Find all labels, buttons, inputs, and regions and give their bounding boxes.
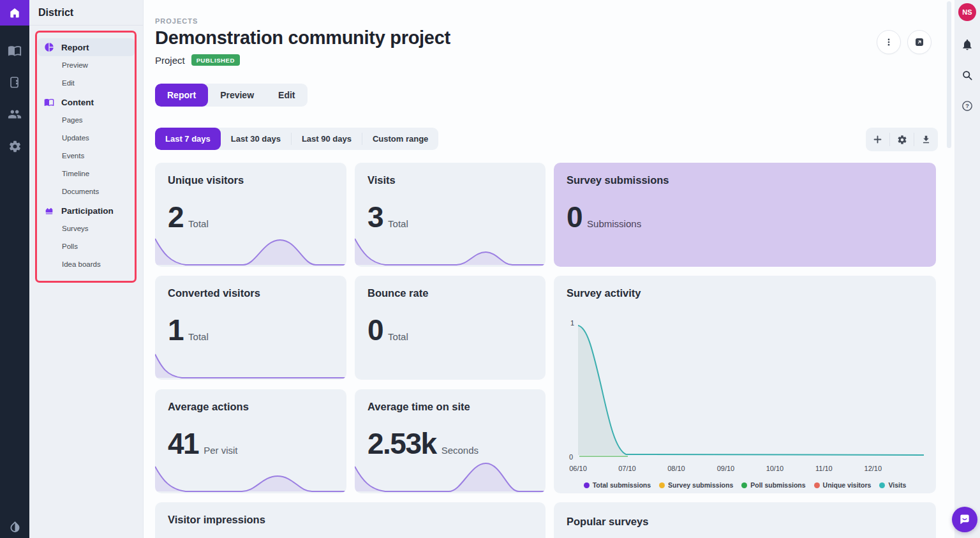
stat-line: 2 Total (168, 200, 209, 234)
open-external-button[interactable] (907, 30, 932, 54)
x-axis-labels: 06/10 07/10 08/10 09/10 10/10 11/10 12/1… (578, 465, 924, 474)
card-popular-surveys[interactable]: Popular surveys (554, 502, 936, 538)
kebab-menu-icon (883, 36, 895, 48)
x-tick: 07/10 (618, 465, 636, 472)
sidebar-item-updates[interactable]: Updates (29, 129, 143, 147)
sidebar-item-events[interactable]: Events (29, 147, 143, 165)
range-last-7-days[interactable]: Last 7 days (155, 128, 221, 150)
theme-droplet-icon[interactable] (0, 520, 29, 534)
card-title: Visits (368, 174, 396, 186)
metrics-grid: Unique visitors 2 Total Visits 3 Tota (155, 163, 936, 538)
legend-dot (659, 482, 665, 488)
main-content: PROJECTS Demonstration community project… (144, 0, 954, 538)
open-book-icon (44, 97, 54, 107)
legend-visits[interactable]: Visits (879, 481, 906, 489)
legend-survey-submissions[interactable]: Survey submissions (659, 481, 733, 489)
sidebar-item-timeline[interactable]: Timeline (29, 165, 143, 183)
home-icon[interactable] (0, 0, 29, 26)
svg-text:?: ? (965, 103, 969, 109)
sidebar-item-report[interactable]: Report (38, 38, 135, 56)
card-visits[interactable]: Visits 3 Total (355, 163, 546, 267)
journal-icon[interactable] (8, 75, 22, 89)
notifications-bell-icon[interactable] (960, 38, 974, 52)
sidebar-item-documents[interactable]: Documents (29, 183, 143, 200)
legend-dot (814, 482, 820, 488)
legend-dot (879, 482, 885, 488)
avatar[interactable]: NS (958, 3, 976, 21)
open-external-icon (914, 36, 925, 48)
stat-unit: Total (188, 218, 209, 229)
report-settings-button[interactable] (890, 128, 914, 151)
download-icon (921, 134, 932, 145)
stat-line: 0 Submissions (567, 200, 641, 234)
status-badge: PUBLISHED (191, 54, 240, 66)
tab-preview[interactable]: Preview (208, 84, 266, 107)
gear-icon[interactable] (8, 139, 22, 153)
add-widget-button[interactable] (866, 128, 889, 151)
sparkline (355, 458, 546, 493)
x-tick: 09/10 (717, 465, 735, 472)
sidebar-item-label: Report (61, 43, 89, 52)
people-icon[interactable] (8, 107, 22, 121)
stat-line: 1 Total (168, 313, 209, 347)
sidebar-item-polls[interactable]: Polls (29, 237, 143, 255)
stat-line: 0 Total (368, 313, 408, 347)
tab-edit[interactable]: Edit (266, 84, 307, 107)
chat-support-button[interactable] (952, 507, 977, 532)
pie-chart-icon (44, 42, 54, 52)
card-title: Bounce rate (368, 287, 428, 299)
x-tick: 12/10 (865, 465, 882, 472)
download-report-button[interactable] (914, 128, 938, 151)
card-visitor-impressions[interactable]: Visitor impressions (155, 502, 546, 538)
book-icon[interactable] (8, 43, 22, 57)
sidebar-item-edit[interactable]: Edit (29, 74, 143, 92)
app-rail (0, 0, 29, 538)
sparkline (155, 231, 346, 267)
card-average-time-on-site[interactable]: Average time on site 2.53k Seconds (355, 389, 546, 493)
date-range-filter: Last 7 days Last 30 days Last 90 days Cu… (155, 128, 438, 150)
card-unique-visitors[interactable]: Unique visitors 2 Total (155, 163, 346, 267)
survey-activity-plot (578, 322, 924, 459)
stat-unit: Per visit (204, 445, 237, 456)
scrollbar-thumb[interactable] (947, 1, 951, 148)
sidebar-item-label: Content (61, 98, 94, 107)
sidebar-item-participation[interactable]: Participation (38, 202, 135, 220)
help-icon[interactable]: ? (960, 99, 974, 113)
sidebar-menu: Report Preview Edit Content Pages Update… (29, 38, 143, 273)
sidebar-item-preview[interactable]: Preview (29, 56, 143, 74)
sidebar-item-content[interactable]: Content (38, 93, 135, 111)
tab-report[interactable]: Report (155, 84, 208, 107)
card-bounce-rate[interactable]: Bounce rate 0 Total (355, 276, 546, 380)
sidebar-item-surveys[interactable]: Surveys (29, 220, 143, 237)
legend-unique-visitors[interactable]: Unique visitors (814, 481, 872, 489)
sidebar-item-pages[interactable]: Pages (29, 111, 143, 129)
chat-bubble-icon (958, 513, 971, 526)
utility-rail: NS ? (954, 0, 980, 538)
legend-total-submissions[interactable]: Total submissions (584, 481, 651, 489)
legend-dot (741, 482, 747, 488)
range-last-90-days[interactable]: Last 90 days (292, 128, 362, 150)
search-icon[interactable] (960, 68, 974, 82)
report-toolbar (866, 128, 938, 151)
chart-title: Survey activity (567, 287, 641, 299)
more-options-button[interactable] (877, 30, 901, 54)
x-tick: 10/10 (766, 465, 784, 472)
view-tabs: Report Preview Edit (155, 84, 308, 107)
stat-unit: Total (388, 218, 408, 229)
stat-value: 2 (168, 200, 183, 234)
card-survey-submissions[interactable]: Survey submissions 0 Submissions (554, 163, 936, 267)
entity-type-label: Project (155, 55, 185, 66)
range-custom[interactable]: Custom range (362, 128, 438, 150)
card-average-actions[interactable]: Average actions 41 Per visit (155, 389, 346, 493)
card-survey-activity[interactable]: Survey activity 1 0 06/10 07/10 08/10 09… (554, 276, 936, 493)
stat-line: 41 Per visit (168, 426, 238, 461)
legend-label: Survey submissions (668, 481, 733, 489)
range-last-30-days[interactable]: Last 30 days (221, 128, 291, 150)
stat-unit: Seconds (442, 445, 479, 456)
sidebar-item-idea-boards[interactable]: Idea boards (29, 255, 143, 273)
legend-label: Visits (888, 481, 906, 489)
stat-value: 1 (168, 313, 183, 347)
legend-poll-submissions[interactable]: Poll submissions (741, 481, 805, 489)
card-title: Unique visitors (168, 174, 244, 186)
card-converted-visitors[interactable]: Converted visitors 1 Total (155, 276, 346, 380)
